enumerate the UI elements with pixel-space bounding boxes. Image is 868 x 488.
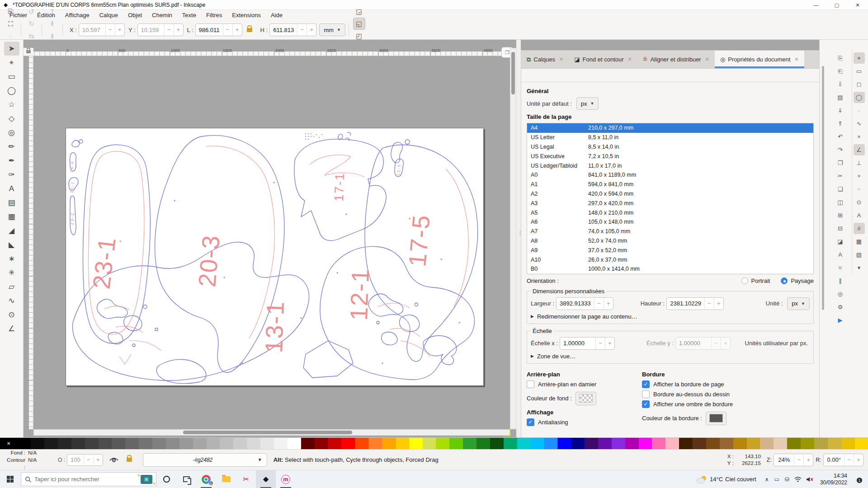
palette-swatch[interactable]: [571, 438, 585, 449]
menu-filtres[interactable]: Filtres: [201, 10, 227, 20]
zoom-field[interactable]: 24%−+: [774, 454, 813, 466]
palette-swatch[interactable]: [855, 438, 868, 449]
snap-bbox-edges-icon[interactable]: ◻: [854, 79, 865, 90]
palette-swatch[interactable]: [233, 438, 247, 449]
text-tool[interactable]: A: [4, 182, 19, 196]
document-properties-icon[interactable]: ◎: [835, 288, 846, 300]
close-icon[interactable]: ✕: [559, 56, 563, 62]
snap-bbox-corners-icon[interactable]: ◯: [854, 92, 865, 103]
palette-swatch[interactable]: [544, 438, 557, 449]
new-document-icon[interactable]: ⎘: [835, 52, 846, 64]
menu-chemin[interactable]: Chemin: [147, 10, 177, 20]
page-size-row[interactable]: A937,0 x 52,0 mm: [527, 245, 813, 255]
tab-calques[interactable]: ⧉ Calques✕: [521, 51, 569, 68]
palette-swatch[interactable]: [625, 438, 639, 449]
portrait-radio[interactable]: [741, 277, 748, 284]
taskbar-app-explorer[interactable]: [216, 470, 236, 488]
width-field[interactable]: 986.011−+: [195, 23, 242, 36]
palette-swatch[interactable]: [787, 438, 801, 449]
viewbox-expander[interactable]: ▶ Zone de vue…: [531, 353, 810, 360]
palette-swatch[interactable]: [841, 438, 855, 449]
paste-icon[interactable]: ❏: [835, 183, 846, 195]
page-size-row[interactable]: A1594,0 x 841,0 mm: [527, 180, 813, 189]
layer-visibility-eye-icon[interactable]: [109, 457, 118, 463]
paysage-radio[interactable]: [781, 277, 788, 284]
border-shadow-checkbox[interactable]: ✓: [642, 400, 650, 408]
vertical-scrollbar[interactable]: [510, 48, 516, 429]
palette-swatch[interactable]: [652, 438, 665, 449]
star-tool[interactable]: ☆: [4, 98, 19, 112]
start-button[interactable]: [0, 470, 20, 488]
snap-path-intersection-icon[interactable]: ×: [854, 131, 865, 142]
open-icon[interactable]: ⎗: [835, 66, 846, 77]
snap-text-baseline-icon[interactable]: A: [854, 210, 865, 221]
palette-swatch[interactable]: [341, 438, 355, 449]
snap-cusp-nodes-icon[interactable]: ∠: [854, 144, 865, 155]
border-color-button[interactable]: [706, 412, 726, 425]
menu-objet[interactable]: Objet: [123, 10, 147, 20]
largeur-field[interactable]: 3892.91333−+: [556, 297, 613, 310]
palette-swatch[interactable]: [449, 438, 463, 449]
palette-swatch[interactable]: [423, 438, 436, 449]
palette-swatch[interactable]: [85, 438, 99, 449]
palette-swatch[interactable]: [152, 438, 166, 449]
y-field[interactable]: 10.159−+: [137, 23, 184, 36]
palette-swatch[interactable]: [598, 438, 612, 449]
palette-swatch[interactable]: [557, 438, 571, 449]
background-color-button[interactable]: [576, 392, 596, 405]
save-icon[interactable]: ⇩: [835, 79, 846, 90]
page-size-row[interactable]: A3297,0 x 420,0 mm: [527, 198, 813, 208]
import-icon[interactable]: ⇓: [835, 105, 846, 116]
palette-swatch[interactable]: [463, 438, 476, 449]
palette-swatch[interactable]: [99, 438, 112, 449]
dock-scrollbar[interactable]: [821, 58, 825, 428]
dock-scrollbar-thumb[interactable]: [822, 66, 824, 310]
preferences-icon[interactable]: ⚙: [835, 301, 846, 313]
page-size-row[interactable]: A0841,0 x 1189,0 mm: [527, 170, 813, 180]
palette-swatch[interactable]: [504, 438, 517, 449]
menu-calque[interactable]: Calque: [94, 10, 123, 20]
snap-rotation-center-icon[interactable]: ⊙: [854, 197, 865, 208]
palette-swatch[interactable]: [260, 438, 274, 449]
page-size-row[interactable]: A4210,0 x 297,0 mm: [527, 123, 813, 133]
tab-proprietes-du-document[interactable]: ◎ Propriétés du document✕: [715, 51, 804, 68]
horizontal-scrollbar[interactable]: [33, 429, 510, 436]
palette-swatch[interactable]: [31, 438, 44, 449]
edit-paste-icon[interactable]: ⎘: [5, 5, 17, 18]
hauteur-field[interactable]: 2381.10229−+: [666, 297, 724, 310]
show-page-border-checkbox[interactable]: ✓: [642, 380, 650, 388]
palette-swatch[interactable]: [207, 438, 220, 449]
close-icon[interactable]: ✕: [628, 56, 632, 62]
undo-icon[interactable]: ↶: [835, 131, 846, 142]
palette-swatch[interactable]: [71, 438, 85, 449]
palette-swatch[interactable]: [396, 438, 409, 449]
text-dialog-icon[interactable]: A: [835, 249, 846, 260]
palette-swatch[interactable]: [382, 438, 396, 449]
select-all-icon[interactable]: ⛶: [5, 18, 17, 30]
palette-swatch[interactable]: [44, 438, 58, 449]
taskbar-app-chrome[interactable]: D: [196, 470, 216, 488]
volume-muted-icon[interactable]: [806, 477, 813, 482]
menu-affichage[interactable]: Affichage: [60, 10, 94, 20]
mesh-gradient-tool[interactable]: ▦: [4, 210, 19, 224]
box-3d-tool[interactable]: ◇: [4, 112, 19, 126]
snap-page-border-icon[interactable]: #: [854, 223, 865, 234]
page-size-row[interactable]: US Ledger/Tabloid11,0 x 17,0 in: [527, 161, 813, 170]
palette-swatch[interactable]: ✕: [0, 438, 17, 449]
redo-icon[interactable]: ↷: [835, 144, 846, 155]
selector-tool[interactable]: ➤: [4, 42, 19, 56]
menu-extensions[interactable]: Extensions: [227, 10, 266, 20]
close-icon[interactable]: ✕: [705, 56, 709, 62]
current-layer-dropdown[interactable]: -#g2482 ▼: [143, 453, 267, 467]
palette-swatch[interactable]: [693, 438, 706, 449]
palette-swatch[interactable]: [368, 438, 382, 449]
cut-icon[interactable]: ✂: [835, 170, 846, 182]
node-editor-tool[interactable]: ⌖: [4, 56, 19, 70]
snap-object-centers-icon[interactable]: ◦: [854, 183, 865, 195]
palette-swatch[interactable]: [774, 438, 787, 449]
palette-swatch[interactable]: [301, 438, 315, 449]
horizontal-scrollbar-thumb[interactable]: [183, 431, 352, 434]
xml-editor-icon[interactable]: ⌗: [835, 262, 846, 273]
canvas[interactable]: 23-1 20-3 17-1 17-5 13-1 12-1 23-2 22-1 …: [33, 56, 510, 429]
page-size-row[interactable]: A2420,0 x 594,0 mm: [527, 189, 813, 199]
